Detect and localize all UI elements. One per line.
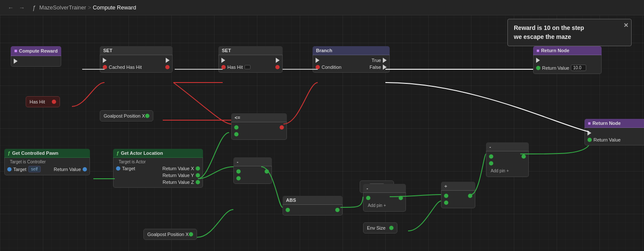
has-hit-in-pin[interactable]	[221, 65, 226, 69]
abs-body	[283, 205, 343, 216]
exec-out-pin[interactable]	[14, 59, 18, 64]
return-1-exec-in[interactable]	[536, 58, 540, 63]
has-hit-node: Has Hit	[26, 96, 60, 107]
return-1-exec-row	[536, 57, 599, 64]
minus-3-header: -	[486, 142, 529, 151]
minus-1-in-a[interactable]	[236, 169, 241, 174]
return-node-1-body: Return Value	[533, 55, 602, 74]
branch-condition-pin[interactable]	[316, 65, 320, 69]
lte-out[interactable]	[280, 125, 284, 130]
minus-2-out[interactable]	[399, 196, 403, 200]
goalpost-x-bottom-out[interactable]	[189, 232, 193, 236]
branch-true-pin[interactable]	[383, 58, 387, 63]
get-actor-location-title: Get Actor Location	[121, 151, 163, 156]
div-in-b[interactable]	[444, 201, 448, 205]
get-controlled-pawn-sublabel: Target is Controller	[7, 159, 87, 165]
minus-2-addpin-row: Add pin +	[366, 201, 403, 210]
gcp-return-pin[interactable]	[83, 167, 87, 171]
gal-target-pin[interactable]	[116, 166, 120, 171]
return-node-2: ■ Return Node Return Value	[584, 119, 644, 145]
branch-false-label: False	[370, 65, 381, 70]
return-1-value-pin[interactable]	[536, 66, 540, 70]
lte-in-a[interactable]	[234, 125, 239, 130]
gal-return-z-pin[interactable]	[196, 180, 200, 184]
branch-node: Branch True Condition False	[313, 46, 390, 73]
compute-reward-node: ■ Compute Reward	[11, 46, 61, 67]
set-cached-exec-out[interactable]	[166, 58, 170, 63]
set-has-hit-body: Has Hit	[218, 55, 283, 73]
gal-return-x-label: Return Value X	[162, 166, 194, 171]
goalpost-x-top-row: Goalpost Position X	[104, 112, 149, 119]
set-cached-node: SET Cached Has Hit	[100, 46, 173, 73]
minus-2-in-a[interactable]	[366, 196, 370, 200]
get-controlled-pawn-title: Get Controlled Pawn	[12, 151, 58, 156]
minus-1-out[interactable]	[265, 169, 269, 174]
branch-exec-in[interactable]	[316, 58, 319, 63]
minus-node-2: - Add pin +	[363, 184, 406, 212]
goalpost-x-bottom-body: Goalpost Position X	[143, 229, 197, 240]
div-out[interactable]	[468, 194, 472, 198]
abs-out[interactable]	[335, 208, 340, 212]
has-hit-out[interactable]	[52, 100, 56, 104]
lte-title: <=	[235, 115, 240, 120]
return-2-value-row: Return Value	[587, 136, 644, 143]
lte-header: <=	[231, 113, 287, 122]
minus-3-add-pin[interactable]: Add pin +	[489, 168, 511, 174]
return-1-value-input[interactable]	[571, 65, 586, 71]
branch-true-label: True	[372, 58, 381, 63]
div-in-a[interactable]	[444, 194, 448, 198]
compute-reward-body	[11, 56, 61, 67]
goalpost-x-bottom-label: Goalpost Position X	[147, 232, 189, 237]
div-pin-row	[444, 192, 472, 199]
abs-pin-row	[286, 207, 340, 213]
return-node-1: ■ Return Node Return Value	[533, 46, 602, 74]
gal-z-row: Return Value Z	[116, 179, 200, 186]
set-has-hit-exec-in[interactable]	[221, 58, 225, 63]
return-node-1-header: ■ Return Node	[533, 46, 602, 55]
set-cached-exec-in[interactable]	[103, 58, 107, 63]
goalpost-x-top-out[interactable]	[145, 114, 149, 118]
tooltip-close-button[interactable]: ✕	[623, 21, 629, 30]
goalpost-x-bottom-row: Goalpost Position X	[147, 231, 193, 238]
lte-in-b[interactable]	[234, 132, 239, 136]
has-hit-body: Has Hit	[26, 96, 60, 107]
minus-3-out[interactable]	[522, 154, 526, 159]
return-2-value-pin[interactable]	[587, 138, 592, 142]
abs-in[interactable]	[286, 208, 290, 212]
forward-button[interactable]: →	[17, 3, 27, 12]
gal-y-row: Return Value Y	[116, 172, 200, 179]
minus-2-add-pin[interactable]: Add pin +	[366, 202, 388, 209]
back-button[interactable]: ←	[6, 3, 15, 12]
gcp-target-pin[interactable]	[7, 167, 12, 171]
cached-has-hit-label: Cached Has Hit	[109, 65, 142, 70]
set-cached-header: SET	[100, 46, 173, 55]
set-cached-title: SET	[103, 48, 112, 53]
return-1-value-row: Return Value	[536, 64, 599, 72]
minus-3-in-b[interactable]	[489, 161, 493, 165]
branch-false-pin[interactable]	[383, 65, 387, 70]
branch-title: Branch	[316, 48, 332, 53]
minus-node-3: - Add pin +	[486, 142, 529, 177]
minus-1-in-b[interactable]	[236, 176, 241, 180]
return-2-exec-in[interactable]	[587, 130, 591, 136]
return-node-1-title: Return Node	[541, 48, 569, 53]
branch-condition-label: Condition	[322, 65, 341, 70]
breadcrumb-current: Compute Reward	[93, 4, 136, 11]
set-has-hit-exec-out[interactable]	[276, 58, 280, 63]
cached-has-hit-out-pin[interactable]	[165, 65, 170, 69]
cached-has-hit-in-pin[interactable]	[103, 65, 107, 69]
set-has-hit-exec-row	[221, 57, 280, 64]
gal-return-x-pin[interactable]	[196, 166, 200, 171]
env-size-out[interactable]	[389, 226, 394, 230]
lte-pin-a	[234, 124, 284, 131]
div-title: ÷	[444, 183, 447, 189]
minus-3-body: Add pin +	[486, 151, 529, 177]
minus-3-in-a[interactable]	[489, 154, 493, 159]
div-pin-b	[444, 199, 472, 206]
get-controlled-pawn-body: Target is Controller Target self Return …	[4, 158, 90, 175]
has-hit-checkbox[interactable]	[244, 65, 250, 69]
has-hit-out-pin[interactable]	[275, 65, 280, 69]
set-cached-exec-row	[103, 57, 170, 64]
minus-2-body: Add pin +	[363, 193, 406, 212]
gal-return-y-pin[interactable]	[196, 173, 200, 177]
